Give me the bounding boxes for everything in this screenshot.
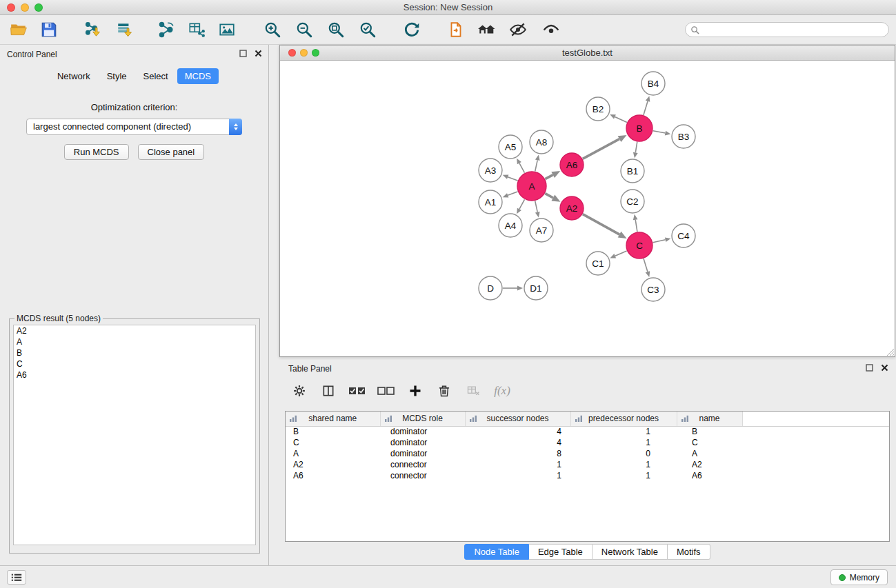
- graph-node-A7[interactable]: A7: [530, 219, 553, 242]
- graph-edge-B-B3[interactable]: [653, 131, 666, 133]
- column-header-predecessor-nodes[interactable]: predecessor nodes: [570, 412, 677, 426]
- memory-button[interactable]: Memory: [830, 569, 888, 585]
- mcds-result-item[interactable]: A: [14, 336, 255, 347]
- graph-edge-B-B4[interactable]: [644, 101, 648, 115]
- graph-node-C3[interactable]: C3: [641, 278, 665, 301]
- close-panel-button[interactable]: Close panel: [138, 144, 205, 160]
- graph-node-C4[interactable]: C4: [672, 224, 695, 247]
- mcds-result-item[interactable]: C: [14, 358, 255, 369]
- graph-edge-B-B2[interactable]: [615, 116, 627, 122]
- column-header-mcds-role[interactable]: MCDS role: [380, 412, 465, 426]
- table-settings-button[interactable]: [290, 382, 308, 400]
- delete-table-button[interactable]: [464, 382, 482, 400]
- graph-node-A3[interactable]: A3: [479, 159, 502, 182]
- graph-node-B1[interactable]: B1: [621, 159, 644, 183]
- node-table-row[interactable]: A6connector11A6: [286, 470, 889, 481]
- zoom-in-button[interactable]: [262, 19, 283, 41]
- new-network-button[interactable]: [156, 19, 177, 41]
- graph-node-B2[interactable]: B2: [586, 97, 610, 121]
- save-session-button[interactable]: [39, 19, 59, 41]
- graph-edge-C-C3[interactable]: [644, 258, 648, 272]
- column-header-name[interactable]: name: [677, 412, 742, 426]
- show-graphics-details-button[interactable]: [541, 19, 561, 41]
- graph-node-A4[interactable]: A4: [499, 214, 522, 237]
- close-table-panel-icon[interactable]: [881, 364, 888, 372]
- tab-edge-table[interactable]: Edge Table: [529, 544, 593, 560]
- column-header-successor-nodes[interactable]: successor nodes: [465, 412, 570, 426]
- zoom-selected-button[interactable]: [357, 19, 378, 41]
- graph-edge-B-B1[interactable]: [635, 142, 637, 153]
- network-graph[interactable]: B4B2BB3A5A8A6B1A3AA1C2A2A4A7C4CC1C3DD1: [280, 61, 895, 356]
- zoom-out-button[interactable]: [294, 19, 315, 41]
- graph-node-A5[interactable]: A5: [499, 135, 522, 159]
- graph-edge-A-A8[interactable]: [535, 160, 538, 171]
- tab-network-table[interactable]: Network Table: [593, 544, 668, 560]
- node-table-row[interactable]: A2connector11A2: [286, 459, 889, 470]
- graph-edge-C-C4[interactable]: [653, 240, 666, 243]
- resize-grip-icon[interactable]: [885, 347, 894, 356]
- tab-motifs[interactable]: Motifs: [668, 544, 710, 560]
- node-table-row[interactable]: Bdominator41B: [286, 426, 889, 437]
- graph-node-B3[interactable]: B3: [672, 125, 695, 148]
- import-network-button[interactable]: [83, 19, 103, 41]
- mcds-result-item[interactable]: B: [14, 347, 255, 358]
- graph-edge-C-C1[interactable]: [615, 251, 627, 256]
- graph-node-C[interactable]: C: [626, 232, 653, 258]
- mcds-result-item[interactable]: A2: [14, 325, 255, 336]
- open-recent-file-button[interactable]: [446, 19, 466, 41]
- function-builder-button[interactable]: f(x): [493, 382, 511, 400]
- graph-edge-A-A7[interactable]: [535, 201, 538, 212]
- node-table-row[interactable]: Adominator80A: [286, 448, 889, 459]
- graph-node-D1[interactable]: D1: [524, 276, 548, 300]
- tab-select[interactable]: Select: [136, 68, 176, 84]
- run-mcds-button[interactable]: Run MCDS: [64, 144, 129, 160]
- network-overview-button[interactable]: [476, 19, 497, 41]
- search-box[interactable]: [685, 22, 889, 37]
- graph-node-A8[interactable]: A8: [530, 130, 553, 154]
- graph-node-A6[interactable]: A6: [560, 153, 584, 176]
- graph-node-C2[interactable]: C2: [621, 190, 644, 213]
- graph-node-B[interactable]: B: [626, 115, 653, 141]
- mcds-result-list[interactable]: A2ABCA6: [13, 325, 256, 545]
- close-panel-icon[interactable]: [255, 50, 262, 57]
- tab-mcds[interactable]: MCDS: [177, 68, 219, 84]
- graph-node-B4[interactable]: B4: [641, 72, 665, 95]
- search-input[interactable]: [699, 23, 888, 36]
- optimization-criterion-select[interactable]: largest connected component (directed): [26, 119, 242, 135]
- node-table[interactable]: shared name MCDS role successor nodes pr…: [285, 411, 890, 542]
- tab-network[interactable]: Network: [50, 68, 98, 84]
- network-zoom-button[interactable]: [312, 49, 319, 57]
- graph-edge-A-A1[interactable]: [508, 192, 517, 195]
- float-panel-icon[interactable]: [239, 50, 247, 57]
- graph-edge-A-A5[interactable]: [519, 163, 525, 173]
- import-table-button[interactable]: [115, 19, 135, 41]
- graph-node-D[interactable]: D: [479, 276, 502, 300]
- delete-column-button[interactable]: [435, 382, 453, 400]
- create-column-button[interactable]: [406, 382, 424, 400]
- graph-edge-A-A6[interactable]: [545, 175, 552, 179]
- network-window-titlebar[interactable]: testGlobe.txt: [280, 45, 895, 61]
- open-session-button[interactable]: [8, 19, 29, 41]
- network-minimize-button[interactable]: [300, 49, 308, 57]
- hide-graphics-details-button[interactable]: [508, 19, 528, 41]
- refresh-button[interactable]: [401, 19, 422, 41]
- show-columns-button[interactable]: [319, 382, 337, 400]
- graph-edge-A2-C[interactable]: [583, 214, 619, 234]
- graph-edge-A6-B[interactable]: [583, 139, 619, 159]
- graph-edge-A-A3[interactable]: [508, 177, 517, 181]
- graph-node-A[interactable]: A: [517, 172, 546, 201]
- zoom-fit-button[interactable]: [326, 19, 346, 41]
- float-table-panel-icon[interactable]: [866, 364, 873, 372]
- graph-edge-A-A2[interactable]: [545, 194, 553, 198]
- deselect-all-button[interactable]: [377, 382, 395, 400]
- graph-edge-C-C2[interactable]: [635, 220, 637, 232]
- column-header-shared-name[interactable]: shared name: [286, 412, 380, 426]
- mcds-result-item[interactable]: A6: [14, 369, 255, 381]
- graph-edge-A-A4[interactable]: [519, 199, 525, 209]
- node-table-row[interactable]: Cdominator41C: [286, 437, 889, 448]
- new-network-table-button[interactable]: [186, 19, 207, 41]
- tab-node-table[interactable]: Node Table: [464, 544, 529, 560]
- export-image-button[interactable]: [217, 19, 237, 41]
- graph-node-A2[interactable]: A2: [560, 196, 584, 220]
- tab-style[interactable]: Style: [99, 68, 135, 84]
